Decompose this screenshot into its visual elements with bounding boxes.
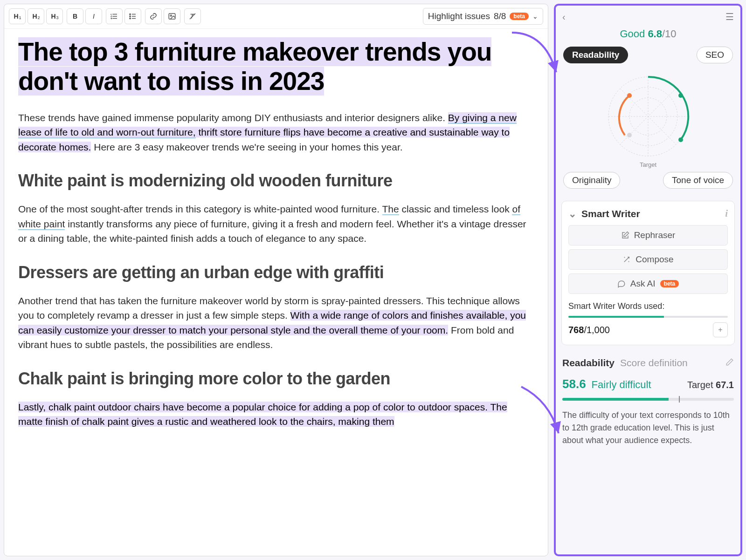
svg-point-13	[678, 137, 683, 142]
score-definition-link[interactable]: Score definition	[620, 357, 688, 369]
h3-button[interactable]: H3	[46, 8, 63, 24]
editor-toolbar: H1 H2 H3 B I	[4, 4, 548, 29]
info-icon[interactable]: i	[725, 208, 728, 219]
highlight-issues-dropdown[interactable]: Highlight issues 8/8 beta ⌄	[423, 8, 543, 25]
smart-writer-title: Smart Writer	[581, 208, 640, 219]
svg-point-2	[130, 18, 131, 19]
words-progress	[568, 316, 728, 318]
readability-description: The difficulty of your text corresponds …	[562, 409, 734, 447]
readability-progress	[562, 398, 734, 401]
italic-button[interactable]: I	[85, 8, 102, 24]
analysis-sidebar: ‹ ☰ Good 6.8/10 Readability SEO	[554, 4, 742, 556]
svg-point-0	[130, 14, 131, 14]
menu-icon[interactable]: ☰	[725, 11, 734, 22]
chat-icon	[617, 280, 626, 288]
h1-button[interactable]: H1	[9, 8, 26, 24]
readability-target: Target 67.1	[687, 380, 734, 390]
smart-writer-card: ⌄ Smart Writer i Rephraser Compose Ask A…	[561, 201, 735, 345]
words-used-label: Smart Writer Words used:	[568, 301, 728, 311]
pill-originality[interactable]: Originality	[563, 172, 620, 189]
h2-button[interactable]: H2	[28, 8, 44, 24]
highlight-issues-count: 8/8	[494, 11, 506, 21]
edit-icon	[621, 231, 629, 239]
ask-ai-button[interactable]: Ask AI beta	[568, 273, 728, 294]
heading-2: Dressers are getting an urban edge with …	[18, 260, 534, 285]
readability-score: 58.6	[562, 377, 586, 391]
readability-label: Readability	[562, 357, 615, 369]
svg-point-12	[678, 93, 683, 98]
heading-2: White paint is modernizing old wooden fu…	[18, 168, 534, 193]
ordered-list-icon	[110, 12, 118, 20]
rephraser-button[interactable]: Rephraser	[568, 225, 728, 246]
unordered-list-icon	[129, 12, 137, 20]
pill-tone[interactable]: Tone of voice	[663, 172, 733, 189]
words-used-value: 768/1,000	[568, 325, 610, 335]
clear-format-icon	[188, 12, 197, 20]
svg-point-14	[627, 93, 632, 98]
article-title: The top 3 furniture makeover trends you …	[18, 37, 534, 96]
svg-point-4	[170, 15, 172, 16]
image-button[interactable]	[164, 8, 180, 24]
back-icon[interactable]: ‹	[562, 12, 566, 22]
link-button[interactable]	[145, 8, 162, 24]
editor-pane: H1 H2 H3 B I	[4, 4, 548, 556]
paragraph: These trends have gained immense popular…	[18, 110, 534, 155]
paragraph: One of the most sought-after trends in t…	[18, 202, 534, 246]
radar-target-label: Target	[561, 161, 735, 168]
highlight-issues-label: Highlight issues	[428, 11, 490, 21]
paragraph: Lastly, chalk paint outdoor chairs have …	[18, 400, 534, 429]
svg-point-1	[130, 16, 131, 17]
pill-seo[interactable]: SEO	[697, 47, 733, 63]
chevron-down-icon: ⌄	[532, 13, 538, 20]
h-label: H	[14, 13, 18, 20]
clear-format-button[interactable]	[184, 8, 201, 24]
paragraph: Another trend that has taken the furnitu…	[18, 294, 534, 352]
magic-icon	[622, 255, 631, 264]
bold-button[interactable]: B	[67, 8, 83, 24]
image-icon	[168, 12, 176, 20]
pill-readability[interactable]: Readability	[563, 47, 628, 63]
link-icon	[149, 12, 158, 20]
ordered-list-button[interactable]	[106, 8, 123, 24]
edit-icon[interactable]	[725, 357, 734, 369]
unordered-list-button[interactable]	[124, 8, 141, 24]
overall-score: Good 6.8/10	[561, 28, 735, 40]
compose-button[interactable]: Compose	[568, 249, 728, 270]
beta-badge: beta	[510, 13, 529, 20]
radar-chart	[561, 67, 735, 164]
readability-section: Readability Score definition 58.6 Fairly…	[561, 357, 735, 447]
beta-badge: beta	[660, 280, 679, 287]
add-words-button[interactable]: +	[713, 322, 728, 337]
readability-difficulty: Fairly difficult	[592, 379, 651, 391]
heading-2: Chalk paint is bringing more color to th…	[18, 366, 534, 391]
svg-point-15	[627, 133, 632, 137]
chevron-down-icon[interactable]: ⌄	[568, 208, 577, 219]
editor-content[interactable]: The top 3 furniture makeover trends you …	[4, 29, 548, 443]
